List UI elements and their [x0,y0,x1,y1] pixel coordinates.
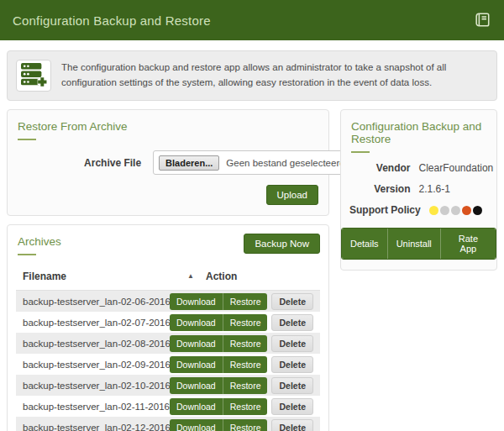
version-value: 2.1.6-1 [419,183,450,195]
archive-filename: backup-testserver_lan-02-08-2016-02-50-0… [23,339,170,349]
archives-table-header: Filename ▲ Action [16,264,320,291]
restore-button[interactable]: Restore [223,335,268,352]
archive-row-actions: Download Restore Delete [170,377,313,394]
archive-row: backup-testserver_lan-02-09-2016-02-50-0… [16,354,320,375]
archive-filename: backup-testserver_lan-02-12-2016-02-50-0… [23,423,170,431]
download-restore-group: Download Restore [170,314,267,331]
download-restore-group: Download Restore [170,335,267,352]
archives-table-body: backup-testserver_lan-02-06-2016-02-50-0… [16,291,320,431]
download-restore-group: Download Restore [170,356,267,373]
page-header: Configuration Backup and Restore [0,0,504,40]
archives-panel: Backup Now Archives Filename ▲ Action ba… [7,224,329,431]
no-file-selected-text: Geen bestand geselecteerd. [226,158,348,168]
archive-row-actions: Download Restore Delete [170,314,313,331]
uninstall-button[interactable]: Uninstall [388,229,441,259]
support-policy-dots [429,206,482,215]
rate-app-button[interactable]: Rate App [441,229,496,259]
download-button[interactable]: Download [170,293,223,310]
archive-filename: backup-testserver_lan-02-09-2016-02-50-0… [23,360,170,370]
support-policy-dot [451,206,460,215]
vendor-value: ClearFoundation [419,162,494,174]
download-restore-group: Download Restore [170,293,267,310]
app-summary-button-group: Details Uninstall Rate App [341,228,496,260]
download-restore-group: Download Restore [170,377,267,394]
archive-row: backup-testserver_lan-02-10-2016-02-50-0… [16,375,320,396]
restore-from-archive-panel: Restore From Archive Archive File Blader… [7,109,329,216]
delete-button[interactable]: Delete [271,398,313,415]
sort-ascending-icon[interactable]: ▲ [187,273,194,280]
info-banner: The configuration backup and restore app… [7,50,497,101]
delete-button[interactable]: Delete [271,293,313,310]
restore-button[interactable]: Restore [223,398,268,415]
app-summary-title: Configuration Backup and Restore [341,110,496,153]
restore-button[interactable]: Restore [223,419,268,431]
archive-row-actions: Download Restore Delete [170,398,313,415]
details-button[interactable]: Details [342,229,388,259]
download-restore-group: Download Restore [170,398,267,415]
archive-row: backup-testserver_lan-02-11-2016-02-50-0… [16,396,320,417]
download-button[interactable]: Download [170,314,223,331]
archive-row: backup-testserver_lan-02-06-2016-02-50-0… [16,291,320,312]
browse-button[interactable]: Bladeren... [159,155,219,171]
archive-row: backup-testserver_lan-02-08-2016-02-50-0… [16,333,320,354]
archives-table: Filename ▲ Action backup-testserver_lan-… [16,264,320,431]
download-button[interactable]: Download [170,335,223,352]
delete-button[interactable]: Delete [271,377,313,394]
download-button[interactable]: Download [170,377,223,394]
filename-column-header[interactable]: Filename ▲ [23,271,206,282]
app-summary-panel: Configuration Backup and Restore Vendor … [340,109,497,271]
filename-column-label: Filename [23,271,66,282]
download-restore-group: Download Restore [170,419,267,431]
backup-server-plus-icon [16,60,51,92]
archive-row-actions: Download Restore Delete [170,335,313,352]
book-icon[interactable] [473,12,491,29]
restore-button[interactable]: Restore [223,356,268,373]
delete-button[interactable]: Delete [271,419,313,431]
vendor-label: Vendor [349,162,419,174]
backup-now-button[interactable]: Backup Now [244,234,320,254]
delete-button[interactable]: Delete [271,335,313,352]
restore-button[interactable]: Restore [223,314,268,331]
archive-filename: backup-testserver_lan-02-06-2016-02-50-0… [23,297,170,307]
support-policy-dot [473,206,482,215]
archive-row: backup-testserver_lan-02-07-2016-02-50-0… [16,312,320,333]
restore-button[interactable]: Restore [223,377,268,394]
version-label: Version [349,183,419,195]
archive-file-input[interactable]: Bladeren... Geen bestand geselecteerd. [153,150,354,175]
archive-row-actions: Download Restore Delete [170,419,313,431]
restore-button[interactable]: Restore [223,293,268,310]
restore-panel-title: Restore From Archive [8,110,328,140]
archive-row-actions: Download Restore Delete [170,356,313,373]
support-policy-dot [440,206,449,215]
action-column-header: Action [206,271,313,282]
archive-filename: backup-testserver_lan-02-07-2016-02-50-0… [23,318,170,328]
upload-button[interactable]: Upload [266,185,318,205]
support-policy-dot [462,206,471,215]
download-button[interactable]: Download [170,419,223,431]
download-button[interactable]: Download [170,356,223,373]
app-window: Configuration Backup and Restore [0,0,504,431]
download-button[interactable]: Download [170,398,223,415]
archive-filename: backup-testserver_lan-02-10-2016-02-50-0… [23,381,170,391]
delete-button[interactable]: Delete [271,314,313,331]
archive-row-actions: Download Restore Delete [170,293,313,310]
info-banner-text: The configuration backup and restore app… [61,60,485,91]
archive-row: backup-testserver_lan-02-12-2016-02-50-0… [16,417,320,431]
delete-button[interactable]: Delete [271,356,313,373]
archive-file-label: Archive File [18,157,153,169]
support-policy-label: Support Policy [349,204,429,216]
archive-filename: backup-testserver_lan-02-11-2016-02-50-0… [23,402,170,412]
support-policy-dot [429,206,438,215]
page-title: Configuration Backup and Restore [13,13,211,28]
